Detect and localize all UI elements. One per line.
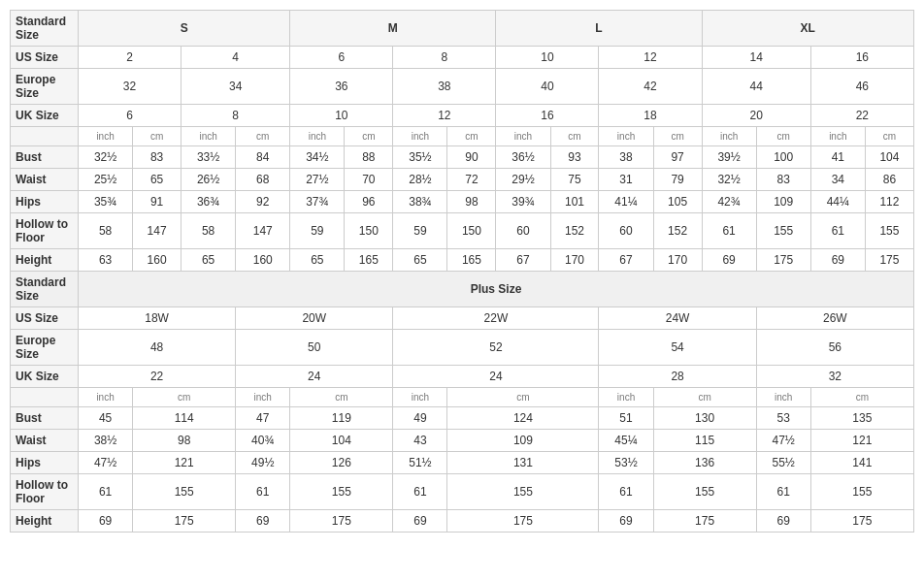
s-header: S xyxy=(79,11,290,47)
height-label-2: Height xyxy=(11,510,79,533)
ht2-v0: 69 xyxy=(79,510,133,533)
ht2-v7: 175 xyxy=(653,510,756,533)
eu-38: 38 xyxy=(393,69,496,105)
bust-v5: 88 xyxy=(345,146,393,169)
us-22w: 22W xyxy=(393,307,599,330)
hips2-v9: 141 xyxy=(810,452,913,474)
sub2-cm-4: cm xyxy=(653,388,756,407)
sub2-cm-2: cm xyxy=(290,388,393,407)
hf2-v4: 61 xyxy=(393,474,447,510)
hips-v11: 105 xyxy=(653,191,702,213)
bust-v10: 38 xyxy=(599,146,653,169)
hf-v5: 150 xyxy=(345,213,393,249)
waist2-v8: 47½ xyxy=(756,430,810,452)
ht-v1: 160 xyxy=(133,249,182,272)
us-size-6: 6 xyxy=(290,47,393,69)
hips-v7: 98 xyxy=(447,191,496,213)
waist2-v4: 43 xyxy=(393,430,447,452)
us-24w: 24W xyxy=(599,307,756,330)
hips2-v7: 136 xyxy=(653,452,756,474)
ht2-v1: 175 xyxy=(133,510,236,533)
ht2-v9: 175 xyxy=(810,510,913,533)
hips2-v4: 51½ xyxy=(393,452,447,474)
sub2-cm-1: cm xyxy=(133,388,236,407)
subh-cm-3: cm xyxy=(345,127,393,146)
hf2-v2: 61 xyxy=(236,474,290,510)
subh-inch-6: inch xyxy=(599,127,653,146)
sub2-cm-3: cm xyxy=(447,388,599,407)
us-size-16: 16 xyxy=(810,47,913,69)
hf-v3: 147 xyxy=(236,213,290,249)
hips-v3: 92 xyxy=(236,191,290,213)
hf-v15: 155 xyxy=(865,213,913,249)
eu2-50: 50 xyxy=(236,330,393,366)
ht-v4: 65 xyxy=(290,249,345,272)
uk-size-row-1: UK Size 6 8 10 12 16 18 20 22 xyxy=(11,105,914,127)
bust2-v3: 119 xyxy=(290,407,393,430)
hf2-v5: 155 xyxy=(447,474,599,510)
standard-size-header: Standard Size xyxy=(11,11,79,47)
ht-v14: 69 xyxy=(810,249,865,272)
ht2-v8: 69 xyxy=(756,510,810,533)
sub2-inch-5: inch xyxy=(756,388,810,407)
bust-v0: 32½ xyxy=(79,146,133,169)
us-20w: 20W xyxy=(236,307,393,330)
waist-v1: 65 xyxy=(133,169,182,191)
ht-v7: 165 xyxy=(447,249,496,272)
waist-label-1: Waist xyxy=(11,169,79,191)
europe-size-row-1: Europe Size 32 34 36 38 40 42 44 46 xyxy=(11,69,914,105)
uk-size-label-1: UK Size xyxy=(11,105,79,127)
sub-blank-2 xyxy=(11,388,79,407)
us-size-2: 2 xyxy=(79,47,182,69)
eu-44: 44 xyxy=(702,69,810,105)
uk-18: 18 xyxy=(599,105,702,127)
height-row-2: Height 69 175 69 175 69 175 69 175 69 17… xyxy=(11,510,914,533)
waist-v15: 86 xyxy=(865,169,913,191)
hips-v1: 91 xyxy=(133,191,182,213)
hips-v8: 39¾ xyxy=(496,191,550,213)
hf2-v0: 61 xyxy=(79,474,133,510)
subh-cm-6: cm xyxy=(653,127,702,146)
hips-v15: 112 xyxy=(865,191,913,213)
uk2-24a: 24 xyxy=(236,366,393,388)
section2-standard-label: Standard Size xyxy=(11,272,79,307)
waist-row-1: Waist 25½ 65 26½ 68 27½ 70 28½ 72 29½ 75… xyxy=(11,169,914,191)
hf-v4: 59 xyxy=(290,213,345,249)
bust-v12: 39½ xyxy=(702,146,756,169)
ht2-v6: 69 xyxy=(599,510,653,533)
ht-v13: 175 xyxy=(756,249,810,272)
uk-size-label-2: UK Size xyxy=(11,366,79,388)
hf-v10: 60 xyxy=(599,213,653,249)
waist-v6: 28½ xyxy=(393,169,447,191)
subh-inch-3: inch xyxy=(290,127,345,146)
hf-v0: 58 xyxy=(79,213,133,249)
waist-v14: 34 xyxy=(810,169,865,191)
subh-cm-2: cm xyxy=(236,127,290,146)
uk-size-row-2: UK Size 22 24 24 28 32 xyxy=(11,366,914,388)
waist-v11: 79 xyxy=(653,169,702,191)
hips-row-1: Hips 35¾ 91 36¾ 92 37¾ 96 38¾ 98 39¾ 101… xyxy=(11,191,914,213)
uk2-28: 28 xyxy=(599,366,756,388)
waist2-v2: 40¾ xyxy=(236,430,290,452)
eu2-56: 56 xyxy=(756,330,913,366)
eu-40: 40 xyxy=(496,69,599,105)
europe-size-label-1: Europe Size xyxy=(11,69,79,105)
bust2-v5: 124 xyxy=(447,407,599,430)
uk-6: 6 xyxy=(79,105,182,127)
hf2-v7: 155 xyxy=(653,474,756,510)
bust2-v8: 53 xyxy=(756,407,810,430)
bust-row-1: Bust 32½ 83 33½ 84 34½ 88 35½ 90 36½ 93 … xyxy=(11,146,914,169)
ht-v2: 65 xyxy=(182,249,236,272)
eu2-48: 48 xyxy=(79,330,236,366)
hips-v9: 101 xyxy=(550,191,599,213)
ht2-v3: 175 xyxy=(290,510,393,533)
us-size-label-1: US Size xyxy=(11,47,79,69)
sub2-inch-2: inch xyxy=(236,388,290,407)
waist-label-2: Waist xyxy=(11,430,79,452)
ht2-v5: 175 xyxy=(447,510,599,533)
bust-label-1: Bust xyxy=(11,146,79,169)
ht-v11: 170 xyxy=(653,249,702,272)
ht-v5: 165 xyxy=(345,249,393,272)
hollow-floor-row-1: Hollow to Floor 58 147 58 147 59 150 59 … xyxy=(11,213,914,249)
sub-header-row-1: inch cm inch cm inch cm inch cm inch cm … xyxy=(11,127,914,146)
